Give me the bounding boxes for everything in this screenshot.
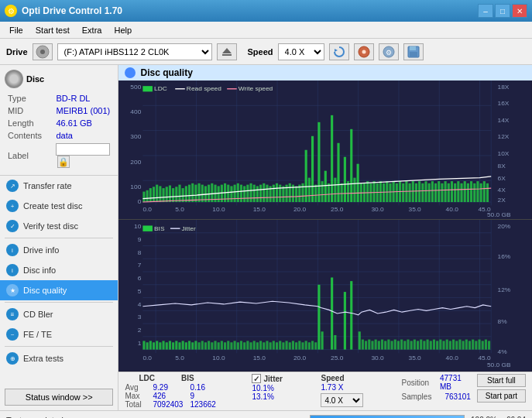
svg-rect-238 [198,343,201,350]
svg-rect-136 [409,183,411,202]
svg-rect-234 [335,335,337,350]
nav-create-test-disc[interactable]: + Create test disc [0,196,118,216]
svg-rect-270 [302,343,304,350]
verify-test-disc-icon: ✓ [6,220,19,232]
svg-rect-266 [289,343,291,350]
svg-rect-228 [188,341,190,350]
position-label: Position [401,379,436,387]
nav-disc-info[interactable]: i Disc info [0,260,118,280]
drive-select[interactable]: (F:) ATAPI iHBS112 2 CL0K [57,43,212,60]
svg-rect-300 [443,341,445,350]
nav-extra-tests-label: Extra tests [23,354,63,363]
extra-tests-icon: ⊕ [6,352,19,365]
disc-info-icon-button[interactable] [354,43,374,60]
menu-help[interactable]: Help [108,24,138,36]
speed-select[interactable]: 4.0 X [278,43,324,60]
svg-rect-115 [341,183,343,202]
svg-rect-153 [464,181,466,202]
settings-button[interactable]: ⚙ [379,43,399,60]
menu-extra[interactable]: Extra [76,24,108,36]
speed-stat-select[interactable]: 4.0 X [321,393,363,407]
chart-bottom: 10 9 8 7 6 5 4 3 2 1 20% 16% 12% [118,220,532,372]
svg-rect-70 [195,185,197,202]
length-value: 46.61 GB [54,118,112,128]
svg-rect-154 [467,183,469,202]
menu-start-test[interactable]: Start test [29,24,76,36]
nav-separator-1 [5,238,113,238]
svg-point-6 [362,50,366,53]
start-part-button[interactable]: Start part [477,389,526,403]
svg-text:20.0: 20.0 [293,355,307,361]
svg-rect-299 [440,340,442,350]
svg-rect-236 [351,282,353,350]
svg-rect-230 [195,341,197,350]
nav-cd-bler[interactable]: ≡ CD Bler [0,304,118,324]
label-input[interactable] [56,143,110,156]
svg-rect-101 [296,186,298,202]
start-full-button[interactable]: Start full [477,374,526,387]
svg-rect-112 [331,115,334,202]
jitter-checkbox[interactable]: ✓ [252,374,261,383]
svg-text:50.0 GB: 50.0 GB [487,362,511,368]
svg-text:100: 100 [131,184,142,190]
create-test-disc-icon: + [6,200,19,212]
nav-fe-te[interactable]: ~ FE / TE [0,324,118,344]
svg-rect-215 [146,343,149,350]
refresh-button[interactable] [329,43,349,60]
chart-top: 500 400 300 200 100 0 18X 16X 14X 12X 10… [118,81,532,220]
svg-rect-227 [185,343,187,350]
svg-point-1 [40,50,45,54]
minimize-button[interactable]: – [478,4,493,18]
svg-rect-142 [428,183,431,202]
svg-rect-271 [305,341,307,350]
close-button[interactable]: ✕ [512,4,527,18]
label-icon-button[interactable]: 🔒 [57,156,70,168]
svg-rect-314 [489,341,491,350]
svg-text:4: 4 [138,302,142,308]
svg-rect-137 [412,181,414,202]
nav-disc-quality[interactable]: ★ Disc quality [0,280,118,300]
drive-eject-button[interactable] [217,43,237,60]
status-window-button[interactable]: Status window >> [5,389,113,406]
svg-rect-298 [437,341,439,350]
svg-rect-90 [260,185,263,202]
jitter-avg-value: 10.1% [252,384,273,392]
nav-drive-info[interactable]: i Drive info [0,240,118,260]
svg-rect-311 [479,340,481,350]
chart-top-svg: 500 400 300 200 100 0 18X 16X 14X 12X 10… [118,81,532,219]
svg-text:LDC: LDC [155,86,168,92]
menu-file[interactable]: File [3,24,29,36]
svg-rect-94 [273,185,275,202]
svg-rect-282 [385,341,387,350]
svg-rect-69 [192,183,194,202]
svg-rect-82 [234,185,236,202]
svg-rect-257 [260,341,263,350]
svg-rect-63 [173,188,175,202]
nav-items: ↗ Transfer rate + Create test disc ✓ Ver… [0,176,118,384]
svg-rect-265 [286,341,288,350]
nav-extra-tests[interactable]: ⊕ Extra tests [0,348,118,368]
svg-rect-148 [448,183,450,202]
svg-rect-251 [240,341,242,350]
svg-rect-256 [256,343,259,350]
svg-text:16X: 16X [498,101,510,107]
type-value: BD-R DL [54,93,112,104]
save-button[interactable] [403,43,424,60]
svg-rect-295 [427,340,429,350]
svg-rect-226 [182,341,184,350]
svg-text:Read speed: Read speed [187,86,221,92]
svg-text:18X: 18X [498,84,510,90]
svg-rect-246 [224,343,226,350]
nav-separator-3 [5,346,113,347]
maximize-button[interactable]: □ [495,4,510,18]
svg-text:12%: 12% [498,287,511,293]
nav-verify-test-disc[interactable]: ✓ Verify test disc [0,216,118,236]
svg-rect-259 [266,341,269,350]
svg-rect-217 [153,343,155,350]
nav-transfer-rate[interactable]: ↗ Transfer rate [0,176,118,196]
svg-text:0: 0 [138,198,142,204]
svg-rect-89 [256,186,259,202]
svg-rect-248 [231,343,233,350]
svg-rect-312 [482,341,484,350]
svg-rect-253 [247,341,249,350]
